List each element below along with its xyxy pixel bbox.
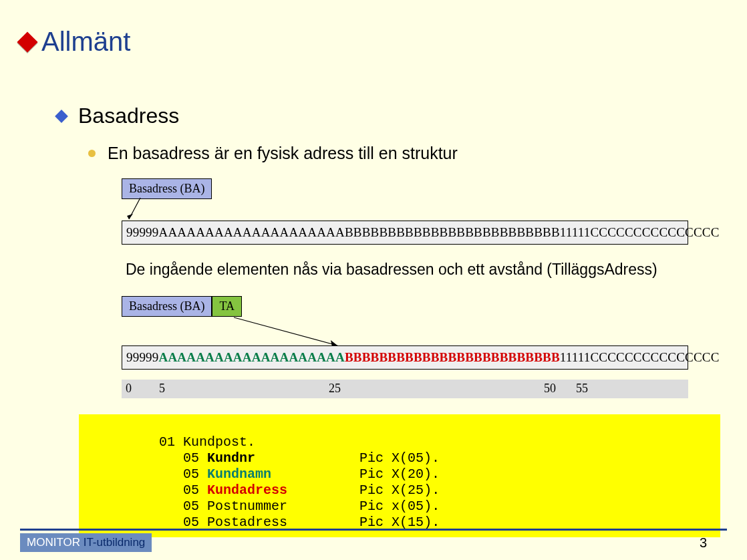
basadress-label-box-2: Basadress (BA)	[122, 296, 212, 317]
mem1-seg-a: AAAAAAAAAAAAAAAAAAAA	[159, 225, 345, 239]
basadress-ta-row: Basadress (BA) TA	[122, 296, 242, 317]
footer-brand: MONITOR IT-utbildning	[20, 533, 152, 552]
code-pic-5: Pic x(05).	[359, 499, 440, 514]
offset-25: 25	[329, 382, 341, 396]
bullet-level1: Basadress	[57, 104, 179, 128]
mem2-seg-b: BBBBBBBBBBBBBBBBBBBBBBBBB	[345, 350, 560, 364]
code-pic-3: Pic X(20).	[359, 466, 440, 482]
offset-ruler: 0 5 25 50 55	[122, 380, 688, 398]
slide-title-row: Allmänt	[20, 27, 130, 57]
bullet-level2: En basadress är en fysisk adress till en…	[88, 144, 458, 163]
code-l1: 01 Kundpost.	[159, 434, 255, 450]
diamond-bullet-icon	[17, 31, 37, 52]
code-line-2: 05 Kundnr Pic X(05).	[79, 450, 440, 466]
memory-row-2: 99999AAAAAAAAAAAAAAAAAAAABBBBBBBBBBBBBBB…	[122, 345, 688, 370]
page-number: 3	[700, 535, 707, 551]
code-line-1: 01 Kundpost.	[79, 434, 255, 450]
code-kundnr: Kundnr	[207, 450, 255, 466]
mem2-seg-1: 11111	[560, 350, 591, 364]
code-level: 05	[183, 482, 207, 498]
mem1-seg-b: BBBBBBBBBBBBBBBBBBBBBBBBB	[345, 225, 560, 239]
code-kundadress: Kundadress	[207, 482, 287, 498]
offset-55: 55	[576, 382, 588, 396]
code-pic-4: Pic X(25).	[359, 482, 440, 498]
mem2-seg-a: AAAAAAAAAAAAAAAAAAAA	[159, 350, 345, 364]
code-kundnamn: Kundnamn	[207, 466, 271, 482]
bullet-level2-text: En basadress är en fysisk adress till en…	[108, 144, 458, 163]
memory-row-1: 99999AAAAAAAAAAAAAAAAAAAABBBBBBBBBBBBBBB…	[122, 221, 688, 245]
slide: Allmänt Basadress En basadress är en fys…	[0, 0, 747, 560]
ta-label-box: TA	[212, 296, 242, 317]
basadress-label-box-1: Basadress (BA)	[122, 178, 212, 199]
footer-brand-2: IT-utbildning	[84, 536, 146, 549]
bullet-level1-text: Basadress	[78, 104, 179, 128]
footer-divider	[20, 529, 727, 531]
mem1-seg-1: 11111	[560, 225, 591, 239]
mem1-seg-9: 99999	[126, 225, 159, 239]
mem1-seg-c: CCCCCCCCCCCCCCC	[590, 225, 719, 239]
code-line-3: 05 Kundnamn Pic X(20).	[79, 466, 440, 482]
code-level: 05	[183, 466, 207, 482]
diamond-small-icon	[55, 110, 68, 123]
footer-brand-1: MONITOR	[27, 536, 84, 549]
code-line-6: 05 Postadress Pic X(15).	[79, 515, 440, 530]
code-postnummer: Postnummer	[207, 499, 287, 514]
code-line-4: 05 Kundadress Pic X(25).	[79, 482, 440, 498]
svg-line-2	[234, 317, 337, 345]
cobol-code-block: 01 Kundpost. 05 Kundnr Pic X(05). 05 Kun…	[79, 414, 720, 537]
code-level: 05	[183, 515, 207, 530]
offset-0: 0	[126, 382, 132, 396]
code-level: 05	[183, 450, 207, 466]
mem2-seg-9: 99999	[126, 350, 159, 364]
slide-title: Allmänt	[41, 27, 130, 57]
offset-50: 50	[544, 382, 556, 396]
description-line: De ingående elementen nås via basadresse…	[126, 261, 657, 279]
dot-icon	[88, 150, 96, 157]
code-postadress: Postadress	[207, 515, 287, 530]
offset-5: 5	[159, 382, 165, 396]
code-line-5: 05 Postnummer Pic x(05).	[79, 499, 440, 514]
svg-marker-1	[127, 214, 133, 219]
code-pic-6: Pic X(15).	[359, 515, 440, 530]
code-level: 05	[183, 499, 207, 514]
mem2-seg-c: CCCCCCCCCCCCCCC	[590, 350, 719, 364]
code-pic-2: Pic X(05).	[359, 450, 440, 466]
